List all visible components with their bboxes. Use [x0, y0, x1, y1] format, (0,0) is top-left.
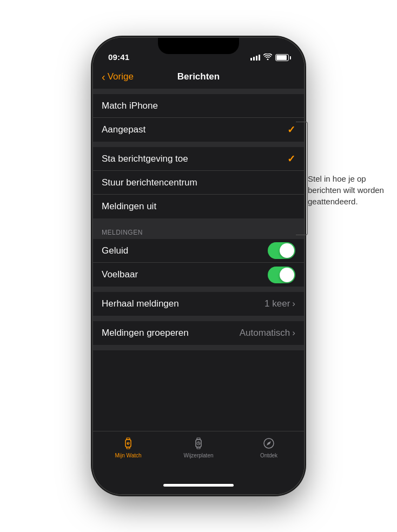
side-note: Stel in hoe je op berichten wilt worden … — [308, 173, 392, 207]
bracket-line — [296, 122, 308, 235]
phone-shell: 09:41 — [93, 38, 304, 494]
list-item[interactable]: Sta berichtgeving toe ✓ — [93, 147, 304, 171]
meldingen-uit-label: Meldingen uit — [102, 201, 295, 212]
tab-ontdek-label: Ontdek — [260, 453, 277, 458]
list-item[interactable]: Stuur berichtencentrum — [93, 171, 304, 195]
list-item[interactable]: Geluid — [93, 239, 304, 263]
herhaal-meldingen-label: Herhaal meldingen — [102, 298, 264, 309]
home-bar — [163, 484, 234, 487]
section-top-choice: Match iPhone Aangepast ✓ — [93, 94, 304, 142]
battery-icon — [275, 54, 289, 61]
section-gap-1 — [93, 89, 304, 94]
section-gap-6 — [93, 345, 304, 350]
meldingen-header-text: MELDINGEN — [102, 229, 143, 236]
section-gap-2 — [93, 142, 304, 147]
section-groeperen: Meldingen groeperen Automatisch › — [93, 321, 304, 345]
list-item[interactable]: Meldingen groeperen Automatisch › — [93, 321, 304, 345]
aangepast-checkmark-icon: ✓ — [287, 124, 295, 136]
section-notification-mode: Sta berichtgeving toe ✓ Stuur berichtenc… — [93, 147, 304, 218]
wijzerplaten-icon — [191, 436, 206, 451]
status-time: 09:41 — [108, 52, 129, 62]
meldingen-groeperen-label: Meldingen groeperen — [102, 328, 240, 338]
sta-berichtgeving-checkmark-icon: ✓ — [287, 153, 295, 165]
nav-bar: ‹ Vorige Berichten — [93, 65, 304, 89]
herhaal-meldingen-chevron-icon: › — [292, 298, 295, 309]
back-button[interactable]: ‹ Vorige — [102, 71, 134, 82]
sta-berichtgeving-label: Sta berichtgeving toe — [102, 154, 287, 164]
list-item[interactable]: Aangepast ✓ — [93, 118, 304, 142]
voelbaar-toggle[interactable] — [268, 267, 295, 283]
tab-ontdek[interactable]: Ontdek — [247, 436, 290, 458]
voelbaar-label: Voelbaar — [102, 269, 268, 280]
herhaal-meldingen-value: 1 keer — [264, 298, 290, 309]
list-item[interactable]: Herhaal meldingen 1 keer › — [93, 292, 304, 316]
svg-rect-7 — [197, 438, 200, 440]
section-meldingen: Geluid Voelbaar — [93, 239, 304, 287]
home-indicator — [93, 476, 304, 494]
meldingen-section-header: MELDINGEN — [93, 224, 304, 239]
stuur-berichtencentrum-label: Stuur berichtencentrum — [102, 177, 295, 188]
tab-mijn-watch[interactable]: Mijn Watch — [107, 436, 150, 458]
content-area: Match iPhone Aangepast ✓ Sta berichtgevi… — [93, 89, 304, 431]
section-gap-3 — [93, 218, 304, 224]
svg-rect-2 — [127, 447, 130, 449]
tab-wijzerplaten[interactable]: Wijzerplaten — [177, 436, 220, 458]
screen: 09:41 — [93, 38, 304, 494]
back-chevron-icon: ‹ — [102, 71, 105, 82]
side-note-text: Stel in hoe je op berichten wilt worden … — [308, 174, 384, 206]
ontdek-icon — [261, 436, 276, 451]
geluid-label: Geluid — [102, 245, 268, 256]
voelbaar-toggle-knob — [280, 268, 294, 282]
section-gap-5 — [93, 316, 304, 321]
signal-bars-icon — [250, 55, 260, 61]
svg-line-11 — [199, 443, 200, 444]
tab-mijn-watch-label: Mijn Watch — [115, 453, 141, 458]
wifi-icon — [263, 54, 272, 62]
list-item[interactable]: Match iPhone — [93, 94, 304, 118]
tab-bar: Mijn Watch Wijzerplaten — [93, 431, 304, 476]
svg-rect-8 — [197, 447, 200, 449]
section-gap-4 — [93, 287, 304, 292]
geluid-toggle[interactable] — [268, 242, 295, 259]
geluid-toggle-knob — [280, 243, 294, 258]
notch — [158, 38, 239, 54]
scene: 09:41 — [0, 0, 397, 532]
mijn-watch-icon — [121, 436, 136, 451]
svg-rect-1 — [127, 438, 130, 440]
section-extra: Herhaal meldingen 1 keer › — [93, 292, 304, 316]
aangepast-label: Aangepast — [102, 124, 287, 135]
svg-marker-13 — [267, 441, 271, 445]
back-label: Vorige — [108, 71, 134, 82]
list-item[interactable]: Meldingen uit — [93, 195, 304, 218]
list-item[interactable]: Voelbaar — [93, 263, 304, 287]
meldingen-groeperen-value: Automatisch — [240, 328, 290, 338]
page-title: Berichten — [177, 71, 220, 82]
match-iphone-label: Match iPhone — [102, 101, 295, 111]
status-icons — [250, 54, 289, 62]
meldingen-groeperen-chevron-icon: › — [292, 328, 295, 338]
tab-wijzerplaten-label: Wijzerplaten — [183, 453, 213, 458]
